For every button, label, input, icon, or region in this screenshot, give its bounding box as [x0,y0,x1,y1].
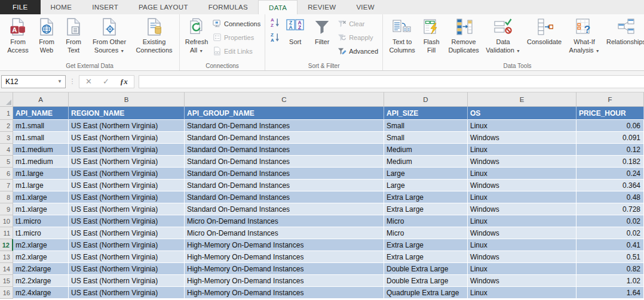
cell[interactable]: Extra Large [384,251,468,263]
tab-review[interactable]: REVIEW [298,0,346,14]
row-header[interactable]: 15 [0,275,13,287]
cell[interactable]: High-Memory On-Demand Instances [185,239,384,251]
name-box-input[interactable] [2,77,51,86]
data-validation-button[interactable]: Data Validation ▼ [483,15,523,63]
select-all-corner[interactable] [0,92,13,107]
cell[interactable]: 0.48 [576,191,644,203]
cell[interactable]: US East (Northern Virginia) [69,227,185,239]
row-header[interactable]: 10 [0,215,13,227]
tab-file[interactable]: FILE [0,0,41,14]
row-header[interactable]: 13 [0,251,13,263]
cell[interactable]: US East (Northern Virginia) [69,180,185,191]
column-header-d[interactable]: D [384,92,468,107]
cell[interactable]: US East (Northern Virginia) [69,144,185,156]
cell[interactable]: m1.large [13,180,69,191]
filter-button[interactable]: Filter [308,15,336,63]
from-text-button[interactable]: From Text [60,15,87,63]
cell[interactable]: Standard On-Demand Instances [185,144,384,156]
row-header[interactable]: 3 [0,132,13,144]
column-header-b[interactable]: B [69,92,185,107]
row-header[interactable]: 9 [0,203,13,215]
row-header[interactable]: 12 [0,239,13,251]
row-header[interactable]: 1 [0,107,13,120]
cell[interactable]: US East (Northern Virginia) [69,287,185,299]
cell[interactable]: m2.2xlarge [13,275,69,287]
insert-function-button[interactable]: ƒx [120,78,128,85]
cell[interactable]: Windows [468,227,576,239]
cell[interactable]: m1.medium [13,144,69,156]
refresh-all-button[interactable]: Refresh All ▼ [182,15,211,63]
cell[interactable]: High-Memory On-Demand Instances [185,275,384,287]
cell[interactable]: 0.02 [576,227,644,239]
cell[interactable]: Standard On-Demand Instances [185,203,384,215]
cell[interactable]: Linux [468,168,576,180]
row-header[interactable]: 11 [0,227,13,239]
cancel-button[interactable]: ✕ [85,78,92,85]
table-header-cell[interactable]: API_SIZE [384,107,468,120]
cell[interactable]: US East (Northern Virginia) [69,251,185,263]
cell[interactable]: Standard On-Demand Instances [185,191,384,203]
cell[interactable]: m2.2xlarge [13,263,69,275]
cell[interactable]: Standard On-Demand Instances [185,156,384,168]
table-header-cell[interactable]: PRICE_HOUR [576,107,644,120]
cell[interactable]: Linux [468,287,576,299]
cell[interactable]: Linux [468,263,576,275]
row-header[interactable]: 7 [0,180,13,191]
cell[interactable]: Extra Large [384,203,468,215]
table-header-cell[interactable]: API_NAME [13,107,69,120]
from-access-button[interactable]: A From Access [2,15,33,63]
cell[interactable]: Large [384,180,468,191]
tab-insert[interactable]: INSERT [82,0,128,14]
column-header-c[interactable]: C [185,92,384,107]
cell[interactable]: Micro On-Demand Instances [185,215,384,227]
cell[interactable]: High-Memory On-Demand Instances [185,263,384,275]
table-header-cell[interactable]: REGION_NAME [69,107,185,120]
existing-connections-button[interactable]: Existing Connections [131,15,177,63]
cell[interactable]: m1.medium [13,156,69,168]
cell[interactable]: m2.4xlarge [13,287,69,299]
tab-formulas[interactable]: FORMULAS [198,0,258,14]
cell[interactable]: US East (Northern Virginia) [69,275,185,287]
cell[interactable]: 1.02 [576,275,644,287]
cell[interactable]: 0.02 [576,215,644,227]
row-header[interactable]: 4 [0,144,13,156]
name-box-caret-icon[interactable]: ▼ [57,79,65,84]
sort-ascending-button[interactable]: AZ [268,16,282,30]
edit-links-button[interactable]: Edit Links [211,45,262,58]
cell[interactable]: 0.41 [576,239,644,251]
cell[interactable]: Windows [468,156,576,168]
name-box[interactable]: ▼ [1,75,66,88]
row-header[interactable]: 2 [0,120,13,132]
cell[interactable]: Micro [384,215,468,227]
table-header-cell[interactable]: API_GROUP_NAME [185,107,384,120]
cell[interactable]: Extra Large [384,239,468,251]
what-if-analysis-button[interactable]: ? What-If Analysis ▼ [566,15,603,63]
cell[interactable]: t1.micro [13,227,69,239]
cell[interactable]: 0.182 [576,156,644,168]
cell[interactable]: Small [384,132,468,144]
cell[interactable]: m2.xlarge [13,239,69,251]
cell[interactable]: 0.24 [576,168,644,180]
clear-filter-button[interactable]: Clear [336,17,380,30]
remove-duplicates-button[interactable]: Remove Duplicates [444,15,483,63]
cell[interactable]: US East (Northern Virginia) [69,263,185,275]
cell[interactable]: Linux [468,215,576,227]
advanced-filter-button[interactable]: Advanced [336,45,380,58]
sort-descending-button[interactable]: ZA [268,31,282,45]
cell[interactable]: 0.06 [576,120,644,132]
column-header-a[interactable]: A [13,92,69,107]
cell[interactable]: Double Extra Large [384,263,468,275]
from-other-sources-button[interactable]: From Other Sources ▼ [87,15,131,63]
cell[interactable]: t1.micro [13,215,69,227]
from-web-button[interactable]: From Web [33,15,60,63]
tab-view[interactable]: VIEW [346,0,385,14]
cell[interactable]: Quadruple Extra Large [384,287,468,299]
cell[interactable]: 1.64 [576,287,644,299]
relationships-button[interactable]: Relationships [603,15,644,63]
cell[interactable]: Linux [468,144,576,156]
cell[interactable]: Windows [468,251,576,263]
cell[interactable]: m1.small [13,120,69,132]
cell[interactable]: Linux [468,120,576,132]
cell[interactable]: Linux [468,239,576,251]
cell[interactable]: Standard On-Demand Instances [185,180,384,191]
